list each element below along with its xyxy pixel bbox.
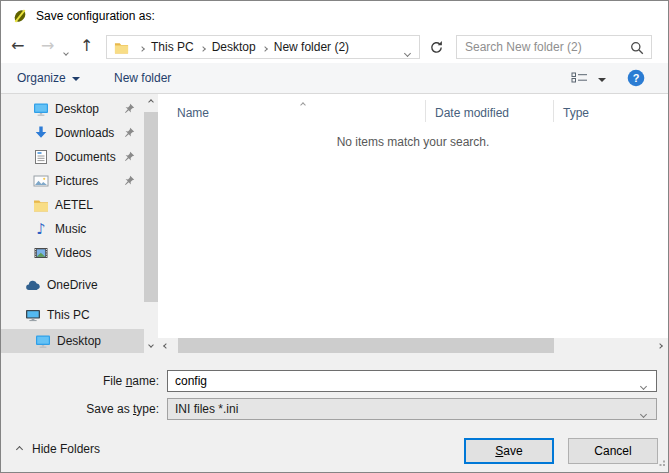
desktop-icon [33,101,49,117]
resize-grip[interactable] [656,456,666,470]
desktop-icon [35,333,51,349]
column-divider[interactable] [553,100,554,122]
chevron-up-icon [16,445,23,452]
save-as-type-select[interactable]: INI files *.ini [167,398,657,420]
back-button[interactable]: ← [11,37,24,55]
save-as-type-dropdown-icon[interactable] [641,406,646,420]
breadcrumb-separator-icon[interactable] [201,40,205,54]
titlebar: Save configuration as: [1,1,668,31]
scrollbar-thumb[interactable] [178,338,554,353]
navigation-bar: ← → ↑ This PC Desktop New folder (2) [1,31,668,63]
change-view-icon[interactable] [571,72,591,89]
history-dropdown-icon[interactable] [64,44,68,58]
sidebar-item-desktop-selected[interactable]: Desktop [1,329,144,353]
scroll-right-icon[interactable] [652,338,668,353]
folder-icon[interactable] [114,40,129,55]
forward-button[interactable]: → [41,37,54,55]
new-folder-button[interactable]: New folder [114,71,171,85]
refresh-icon[interactable] [429,40,444,58]
window-title: Save configuration as: [36,9,155,23]
column-header-name[interactable]: Name [177,106,209,120]
sidebar-item-onedrive[interactable]: OneDrive [1,273,144,297]
column-divider[interactable] [425,100,426,122]
cancel-button[interactable]: Cancel [568,438,658,464]
music-icon: ♪ [33,221,49,237]
scroll-down-icon[interactable] [144,337,158,353]
hide-folders-button[interactable]: Hide Folders [17,442,100,456]
search-box[interactable] [456,35,652,59]
search-icon[interactable] [630,41,644,58]
sidebar-item-music[interactable]: ♪ Music [1,217,144,241]
save-as-type-label: Save as type: [1,402,159,416]
file-name-input[interactable] [167,370,657,392]
breadcrumb-this-pc[interactable]: This PC [151,40,194,54]
sidebar-item-videos[interactable]: Videos [1,241,144,265]
list-horizontal-scrollbar[interactable] [158,338,668,353]
empty-message: No items match your search. [158,135,668,149]
save-dialog-window: Save configuration as: ← → ↑ This PC Des… [0,0,669,473]
svg-text:?: ? [633,72,640,84]
search-input[interactable] [457,36,651,58]
sidebar-item-documents[interactable]: Documents [1,145,144,169]
scroll-up-icon[interactable] [144,94,158,110]
command-toolbar: Organize New folder ? [1,63,668,94]
app-icon [12,8,28,24]
column-header-type[interactable]: Type [563,106,589,120]
pin-icon [124,175,135,189]
breadcrumb-separator-icon[interactable] [140,40,144,54]
scrollbar-thumb[interactable] [144,112,158,302]
navigation-pane: Desktop Downloads [1,94,144,353]
file-name-label: File name: [1,374,159,388]
pin-icon [124,127,135,141]
sidebar-item-pictures[interactable]: Pictures [1,169,144,193]
column-header-date-modified[interactable]: Date modified [435,106,509,120]
sidebar-item-desktop[interactable]: Desktop [1,97,144,121]
pin-icon [124,103,135,117]
organize-dropdown-icon [72,77,80,81]
sidebar-item-downloads[interactable]: Downloads [1,121,144,145]
videos-icon [33,245,49,261]
this-pc-icon [25,307,41,323]
pin-icon [124,151,135,165]
breadcrumb[interactable]: This PC Desktop New folder (2) [106,35,420,59]
organize-button[interactable]: Organize [17,71,80,85]
save-button[interactable]: Save [464,438,554,464]
folder-icon [33,197,49,213]
up-button[interactable]: ↑ [80,37,93,55]
help-icon[interactable]: ? [627,69,645,90]
file-list: Name Date modified Type No items match y… [158,94,668,353]
file-name-dropdown-icon[interactable] [641,378,646,392]
sort-ascending-icon [301,96,305,110]
pictures-icon [33,173,49,189]
scroll-left-icon[interactable] [158,338,174,353]
downloads-icon [33,125,49,141]
onedrive-icon [25,277,41,293]
dialog-footer: Hide Folders Save Cancel [1,431,668,472]
save-form: File name: Save as type: INI files *.ini [1,353,668,431]
sidebar-item-aetel[interactable]: AETEL [1,193,144,217]
sidebar-scrollbar[interactable] [144,94,158,353]
view-dropdown-icon[interactable] [598,78,606,82]
breadcrumb-new-folder[interactable]: New folder (2) [274,40,349,54]
address-dropdown-icon[interactable] [405,45,410,59]
sidebar-item-this-pc[interactable]: This PC [1,303,144,327]
breadcrumb-desktop[interactable]: Desktop [212,40,256,54]
breadcrumb-separator-icon[interactable] [263,40,267,54]
documents-icon [33,149,49,165]
